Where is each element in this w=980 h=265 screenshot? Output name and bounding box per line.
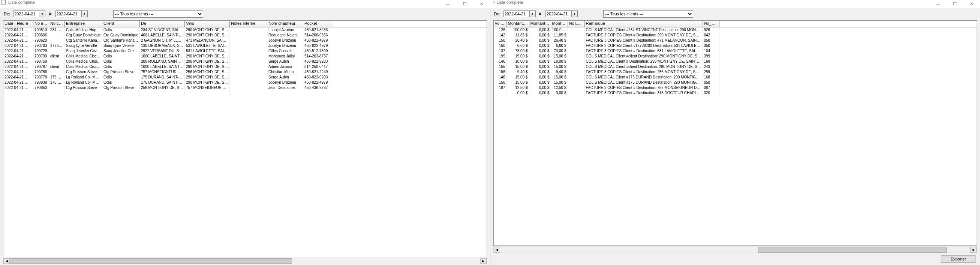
dropdown-icon[interactable]: ▼ [572, 11, 578, 17]
table-row[interactable]: 19915,00 $0,00 $15,00 $COLIS MÉDICAL Cli… [494, 54, 977, 59]
cell-pourboire: 0,00 $ [529, 64, 551, 69]
column-header[interactable]: No client [49, 21, 65, 27]
column-header[interactable]: Nom chauffeur [267, 21, 303, 27]
grid-body-left[interactable]: 2022-04-21 @ 04:20790510234 ST-V...Colis… [3, 27, 487, 257]
hscroll-left[interactable]: ◀ ▶ [3, 258, 487, 264]
cell-total: 12,50 $ [551, 85, 568, 91]
scroll-left-icon[interactable]: ◀ [3, 258, 10, 264]
grid-body-right[interactable]: 126100,00 $0,00 $100,00 $COLIS MÉDICAL C… [493, 27, 977, 246]
cell-noload [568, 38, 585, 43]
cell-de: 130 DÉSORMEAUX, SAINT-JÉRÔME [140, 43, 185, 48]
cell-total: 18,00 $ [551, 59, 568, 64]
dropdown-icon[interactable]: ▼ [530, 11, 536, 17]
column-header[interactable]: Montant pourboire [529, 21, 551, 27]
hscroll-right[interactable]: ◀ ▶ [493, 247, 977, 253]
cell-remarque: COLIS MÉDICAL Client #175 DURAND Destina… [585, 80, 703, 85]
cell-entreprise: Colis Medical Cisc 1000 Labelle [65, 54, 102, 59]
table-row[interactable]: 2022-04-21 @ 07:13790620Ctg Santerre Kar… [3, 38, 487, 43]
table-row[interactable]: 2022-04-21 @ 06:45790606Ctg Guay Dominiq… [3, 33, 487, 38]
table-row[interactable]: 2022-04-21 @ 10:12790850Ctg Poisson Stev… [3, 85, 487, 91]
column-header[interactable]: De [140, 21, 185, 27]
column-header[interactable]: Voiture [494, 21, 507, 27]
table-row[interactable]: 126100,00 $0,00 $100,00 $COLIS MÉDICAL C… [494, 27, 977, 33]
cell-vers: 290 MONTIGNY DE, SAINT-JÉRÔME [185, 33, 230, 38]
column-header[interactable]: No appel [33, 21, 49, 27]
column-header[interactable]: Entreprise [65, 21, 102, 27]
cell-vers: 290 MONTIGNY DE, SAINT-JÉRÔME [185, 80, 230, 85]
dropdown-icon[interactable]: ▼ [39, 11, 45, 17]
table-row[interactable] [3, 91, 487, 96]
date-to-combo-r[interactable]: ▼ [546, 11, 578, 17]
table-row[interactable]: 2022-04-21 @ 10:06790839175 DUR...Lg Rol… [3, 80, 487, 85]
table-row[interactable]: 15515,00 $0,00 $15,00 $COLIS MÉDICAL Cli… [494, 64, 977, 69]
date-from-combo[interactable]: ▼ [13, 11, 45, 17]
maximize-button-left[interactable]: ☐ [456, 0, 473, 8]
table-row[interactable]: 2022-04-21 @ 09:20790778175 DUR...Lg Rol… [3, 75, 487, 80]
scroll-left-icon[interactable]: ◀ [494, 247, 500, 252]
close-button-right[interactable]: ✕ [963, 0, 980, 8]
table-row[interactable]: 2022-04-21 @ 04:20790510234 ST-V...Colis… [3, 27, 487, 33]
date-to-input[interactable] [56, 11, 82, 17]
column-header[interactable]: No_Dossier [703, 21, 719, 27]
table-row[interactable]: 15026,40 $0,00 $26,40 $FACTURE 3 COPIES … [494, 38, 977, 43]
window-title-right: > Liste complète [490, 0, 523, 8]
export-button[interactable]: Exporter [941, 255, 975, 263]
column-header[interactable]: Date - Heure [3, 21, 33, 27]
cell-chauffeur: Serge Aubin [267, 59, 303, 64]
column-header[interactable]: No Load [568, 21, 585, 27]
client-filter-combo[interactable]: --- Tous les clients --- [113, 10, 203, 18]
minimize-button-right[interactable]: ─ [929, 0, 946, 8]
client-filter-combo-r[interactable]: --- Tous les clients --- [603, 10, 693, 18]
cell-de: 1000 LABELLE, SAINT-JÉRÔME [140, 54, 185, 59]
maximize-button-right[interactable]: ☐ [946, 0, 963, 8]
cell-client: Colis [102, 64, 140, 69]
table-row[interactable]: 1506,60 $0,00 $6,60 $FACTURE 3 COPIES Cl… [494, 43, 977, 48]
column-header[interactable]: Vers [185, 21, 230, 27]
scroll-right-icon[interactable]: ▶ [480, 258, 487, 264]
table-row[interactable]: 18712,50 $0,00 $12,50 $FACTURE 3 COPIES … [494, 85, 977, 91]
table-row[interactable]: 2022-04-21 @ 09:02790767clientColis Medi… [3, 64, 487, 69]
date-from-input-r[interactable] [503, 11, 530, 17]
date-to-combo[interactable]: ▼ [56, 11, 88, 17]
column-header[interactable]: Notes interne [230, 21, 267, 27]
table-row[interactable]: 2022-04-21 @ 08:1379070317736200Saaq Lyn… [3, 43, 487, 48]
cell-noappel: 790778 [33, 75, 49, 80]
date-from-input[interactable] [13, 11, 39, 17]
table-row[interactable]: 0,00 $0,00 $0,00 $FACTURE 3 COPIES Clien… [494, 91, 977, 96]
table-row[interactable]: 15015,00 $0,00 $15,00 $COLIS MÉDICAL Cli… [494, 80, 977, 85]
dropdown-icon[interactable]: ▼ [82, 11, 88, 17]
date-to-input-r[interactable] [546, 11, 572, 17]
table-row[interactable]: 2022-04-21 @ 08:44790730clientColis Medi… [3, 54, 487, 59]
table-row[interactable]: 14211,85 $0,00 $11,85 $FACTURE 3 COPIES … [494, 33, 977, 38]
cell-date: 2022-04-21 @ 08:13 [3, 43, 33, 48]
close-button-left[interactable]: ✕ [473, 0, 490, 8]
table-row[interactable]: 2022-04-21 @ 08:58790758Colis Medical Ch… [3, 59, 487, 64]
minimize-button-left[interactable]: ─ [439, 0, 456, 8]
table-row[interactable]: 14615,00 $0,00 $15,00 $COLIS MÉDICAL Cli… [494, 75, 977, 80]
cell-notes [230, 54, 267, 59]
column-header[interactable]: Pocket [303, 21, 333, 27]
cell-remarque: COLIS MÉDICAL Client # Destination: 290 … [585, 59, 703, 64]
table-row[interactable]: 2022-04-21 @ 08:38790729Saaq Jennifer Ce… [3, 48, 487, 54]
column-header[interactable]: Montant total [551, 21, 568, 27]
table-row[interactable]: 2022-04-21 @ 09:11790786Ctg Poisson Stev… [3, 69, 487, 75]
cell-de: 200 ROLLAND, SAINT-JÉRÔME [140, 59, 185, 64]
cell-pocket: 450-822-4979 [303, 38, 333, 43]
cell-client: Colis [102, 27, 140, 33]
table-row[interactable]: 13773,00 $0,00 $73,00 $FACTURE 3 COPIES … [494, 48, 977, 54]
column-header[interactable]: Client [102, 21, 140, 27]
client-filter-select[interactable]: --- Tous les clients --- [113, 10, 203, 18]
column-header[interactable]: Montant taximètre [507, 21, 529, 27]
cell-vers: 256 MONTIGNY DE, SAINT-JÉRÔME [185, 69, 230, 75]
cell-chauffeur: Jocelyn Brazeau [267, 80, 303, 85]
table-row[interactable]: 14618,00 $0,00 $18,00 $COLIS MÉDICAL Cli… [494, 59, 977, 64]
cell-voiture: 150 [494, 43, 507, 48]
scroll-right-icon[interactable]: ▶ [970, 247, 977, 252]
cell-entreprise: Ctg Guay Dominique [65, 33, 102, 38]
client-filter-select-r[interactable]: --- Tous les clients --- [603, 10, 693, 18]
column-header[interactable]: Remarque [585, 21, 703, 27]
table-row[interactable]: 1869,40 $0,00 $9,40 $FACTURE 3 COPIES Cl… [494, 69, 977, 75]
cell-pourboire: 0,00 $ [529, 85, 551, 91]
date-from-combo-r[interactable]: ▼ [503, 11, 536, 17]
cell-date: 2022-04-21 @ 09:02 [3, 64, 33, 69]
